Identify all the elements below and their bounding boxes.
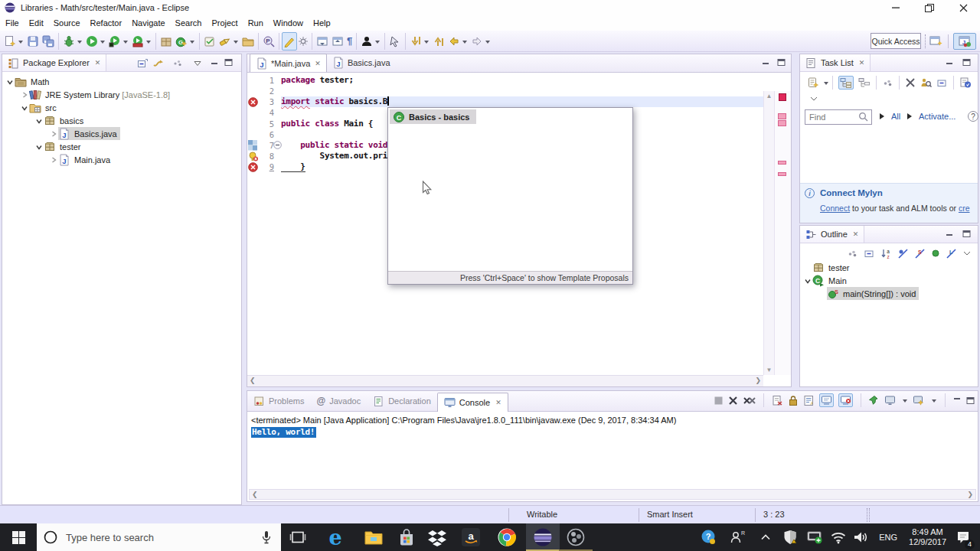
outline-item-main-string-void[interactable]: Smain(String[]) : void xyxy=(800,287,978,300)
menu-run[interactable]: Run xyxy=(243,16,268,30)
collapse-view-icon[interactable] xyxy=(936,77,948,89)
view-menu-icon[interactable] xyxy=(194,60,201,67)
code-line[interactable]: public static void xyxy=(281,140,387,151)
explorer-item-basics-java[interactable]: JBasics.java xyxy=(2,127,241,140)
minimize-view-icon[interactable] xyxy=(946,233,954,240)
show-whitespace-icon[interactable]: ¶ xyxy=(345,32,354,51)
new-task-icon[interactable] xyxy=(807,77,819,89)
save-icon[interactable] xyxy=(25,32,41,51)
taskbar-clock[interactable]: 8:49 AM12/9/2017 xyxy=(909,523,946,551)
explorer-item-main-java[interactable]: JMain.java xyxy=(2,153,241,166)
menu-source[interactable]: Source xyxy=(49,16,85,30)
link-editor-icon[interactable] xyxy=(152,57,164,69)
java-perspective-icon[interactable]: J xyxy=(953,33,976,50)
explorer-item-jre-system-library[interactable]: JRE System Library[JavaSE-1.8] xyxy=(2,88,241,101)
menu-project[interactable]: Project xyxy=(207,16,242,30)
quickfix-marker-icon[interactable] xyxy=(248,152,257,161)
stderr-icon[interactable] xyxy=(838,393,853,407)
help-icon[interactable]: ? xyxy=(968,111,978,122)
max-icon[interactable] xyxy=(966,396,975,405)
outline-close-icon[interactable]: ✕ xyxy=(853,230,859,238)
explorer-item-math[interactable]: Math xyxy=(2,75,241,88)
pin-icon[interactable] xyxy=(869,395,880,406)
task-view-taskbar-icon[interactable] xyxy=(281,523,315,551)
save-all-icon[interactable] xyxy=(41,32,56,51)
maximize-view-icon[interactable] xyxy=(962,58,971,67)
edge-taskbar-icon[interactable]: e xyxy=(318,523,352,551)
connect-link[interactable]: Connect xyxy=(820,204,850,213)
search-flashlight-icon[interactable] xyxy=(217,32,240,51)
person-search-icon[interactable] xyxy=(920,77,932,89)
sync-icon[interactable] xyxy=(959,77,972,89)
ruler-mark[interactable] xyxy=(778,113,786,119)
chevron-down-icon[interactable] xyxy=(5,77,15,86)
deactivate-icon[interactable] xyxy=(905,77,916,88)
lock-icon[interactable] xyxy=(788,395,799,406)
gray-dots-icon[interactable] xyxy=(882,77,893,89)
error-marker-icon[interactable] xyxy=(248,97,257,107)
user-icon[interactable] xyxy=(359,32,382,51)
person-tray-icon[interactable]: R xyxy=(726,523,749,551)
window-close-button[interactable] xyxy=(946,0,980,15)
open-console-icon[interactable] xyxy=(913,395,925,406)
help-tray-icon[interactable]: ? xyxy=(697,523,720,551)
quick-access-button[interactable]: Quick Access xyxy=(871,33,921,49)
min-icon[interactable] xyxy=(953,396,962,404)
dropdown-arrow-icon[interactable] xyxy=(485,41,490,46)
explorer-item-src[interactable]: src xyxy=(2,101,241,114)
open-task-icon[interactable] xyxy=(202,32,217,51)
clear-xx-icon[interactable] xyxy=(743,396,756,406)
error-marker-icon[interactable] xyxy=(248,162,257,172)
package-explorer-close-icon[interactable]: ✕ xyxy=(95,59,101,67)
run-icon[interactable] xyxy=(84,32,107,51)
open-folder-icon[interactable] xyxy=(240,32,256,51)
editor-vertical-scrollbar[interactable]: ▲▼ xyxy=(763,91,774,375)
dropdown-arrow-icon[interactable] xyxy=(190,41,194,46)
code-line[interactable]: } xyxy=(281,161,305,172)
dropdown-arrow-icon[interactable] xyxy=(123,41,128,46)
task-list-close-icon[interactable]: ✕ xyxy=(859,59,865,67)
console-tab-declaration[interactable]: Declaration xyxy=(367,391,437,411)
chev-down[interactable] xyxy=(962,250,972,256)
dropdown-arrow-icon[interactable] xyxy=(234,41,238,46)
volume-tray-icon[interactable] xyxy=(849,523,872,551)
prev-annotation-icon[interactable] xyxy=(330,32,345,51)
dropdown-arrow-icon[interactable] xyxy=(424,41,429,46)
code-line[interactable]: package tester; xyxy=(281,75,354,86)
amazon-taskbar-icon[interactable]: a xyxy=(454,523,488,551)
task-list-tab[interactable]: Task List ✕ xyxy=(800,54,871,71)
collapse-view-icon[interactable] xyxy=(864,248,875,259)
debug-icon[interactable] xyxy=(61,32,84,51)
green-dot-icon[interactable] xyxy=(931,249,940,258)
run-config-icon[interactable] xyxy=(107,32,130,51)
chevron-down-icon[interactable] xyxy=(809,96,818,102)
dropdown-arrow-icon[interactable] xyxy=(100,41,105,46)
menu-refactor[interactable]: Refactor xyxy=(86,16,127,30)
stdout-icon[interactable] xyxy=(819,393,834,407)
clear-x-icon[interactable] xyxy=(728,396,738,406)
create-link[interactable]: cre xyxy=(959,204,970,213)
activate-arrow-icon[interactable] xyxy=(907,113,915,119)
console-tab-javadoc[interactable]: @Javadoc xyxy=(310,391,367,411)
ruler-mark[interactable] xyxy=(778,161,786,165)
wrap-icon[interactable] xyxy=(803,395,815,406)
sort-icon[interactable]: az xyxy=(880,248,892,259)
view-menu-dots-icon[interactable] xyxy=(172,57,184,69)
editor-tab-basics-java[interactable]: JBasics.java xyxy=(327,54,396,72)
open-perspective-icon[interactable] xyxy=(929,34,943,47)
occurrence-marker-icon[interactable] xyxy=(248,140,257,150)
chevron-down-icon[interactable] xyxy=(20,103,29,112)
search-p-icon[interactable]: P xyxy=(261,32,276,51)
chevron-down-icon[interactable] xyxy=(803,276,812,285)
explorer-item-basics[interactable]: basics xyxy=(2,114,241,127)
hide-nonpublic-icon[interactable]: L xyxy=(946,248,957,259)
coverage-icon[interactable] xyxy=(130,32,153,51)
code-line[interactable]: import static basics.B xyxy=(281,96,389,107)
console-tab-problems[interactable]: Problems xyxy=(247,391,310,411)
start-button[interactable] xyxy=(0,523,37,551)
outline-item-main[interactable]: CMain xyxy=(800,274,978,287)
dropdown-arrow-icon[interactable] xyxy=(824,82,828,87)
outline-tab[interactable]: Outline ✕ xyxy=(800,226,864,243)
window-minimize-button[interactable] xyxy=(879,0,913,15)
dropdown-arrow-icon[interactable] xyxy=(146,41,151,46)
